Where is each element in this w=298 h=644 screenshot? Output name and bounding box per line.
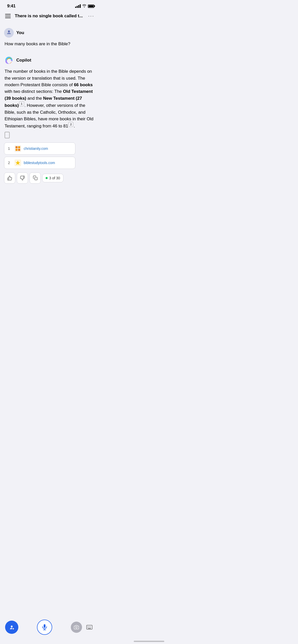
copy-button[interactable] bbox=[30, 172, 41, 184]
response-count: 3 of 30 bbox=[42, 174, 63, 182]
person-icon bbox=[6, 30, 12, 36]
svg-rect-7 bbox=[35, 177, 37, 180]
user-message-text: How many books are in the Bible? bbox=[4, 41, 95, 47]
source-item-1[interactable]: 1 christianity.com bbox=[4, 142, 75, 155]
thumbs-down-button[interactable] bbox=[17, 172, 28, 184]
copilot-sender-label: Copilot bbox=[16, 58, 31, 63]
loading-indicator bbox=[5, 132, 10, 138]
thumbs-up-button[interactable] bbox=[4, 172, 15, 184]
battery-icon bbox=[88, 5, 94, 8]
menu-icon[interactable] bbox=[4, 13, 12, 19]
more-icon[interactable]: ··· bbox=[87, 12, 95, 20]
svg-marker-6 bbox=[16, 160, 20, 165]
citation-2-badge[interactable]: 2 bbox=[68, 122, 73, 127]
user-message-header: You bbox=[4, 28, 95, 38]
nav-bar: There is no single book called t... ··· bbox=[0, 10, 99, 23]
user-message-block: You How many books are in the Bible? bbox=[4, 28, 95, 47]
copilot-message-text: The number of books in the Bible depends… bbox=[4, 68, 95, 138]
copilot-avatar bbox=[4, 55, 14, 65]
status-time: 9:41 bbox=[7, 4, 16, 9]
nav-title: There is no single book called t... bbox=[15, 13, 84, 19]
source-1-number: 1 bbox=[8, 146, 12, 151]
user-avatar bbox=[4, 28, 14, 38]
action-bar: 3 of 30 bbox=[4, 172, 95, 184]
green-dot bbox=[46, 177, 48, 179]
svg-rect-2 bbox=[16, 146, 18, 148]
wifi-icon bbox=[82, 4, 86, 8]
source-1-domain: christianity.com bbox=[24, 147, 48, 151]
svg-rect-5 bbox=[18, 149, 20, 151]
copilot-message-block: Copilot The number of books in the Bible… bbox=[4, 55, 95, 183]
status-icons bbox=[75, 4, 94, 8]
copilot-message-header: Copilot bbox=[4, 55, 95, 65]
user-sender-label: You bbox=[16, 30, 24, 35]
svg-point-0 bbox=[8, 30, 10, 32]
source-item-2[interactable]: 2 biblestudytools.com bbox=[4, 157, 75, 169]
citation-1-badge[interactable]: 1 bbox=[19, 101, 24, 106]
status-bar: 9:41 bbox=[0, 0, 99, 10]
svg-rect-4 bbox=[16, 149, 18, 151]
response-count-text: 3 of 30 bbox=[49, 176, 60, 180]
source-2-domain: biblestudytools.com bbox=[24, 161, 55, 165]
chat-area: You How many books are in the Bible? bbox=[0, 23, 99, 197]
source-1-favicon bbox=[15, 145, 21, 152]
source-2-number: 2 bbox=[8, 160, 12, 165]
source-2-favicon bbox=[15, 159, 21, 166]
signal-icon bbox=[75, 4, 81, 8]
sources-list: 1 christianity.com 2 bbox=[4, 142, 95, 169]
svg-rect-3 bbox=[18, 146, 20, 148]
